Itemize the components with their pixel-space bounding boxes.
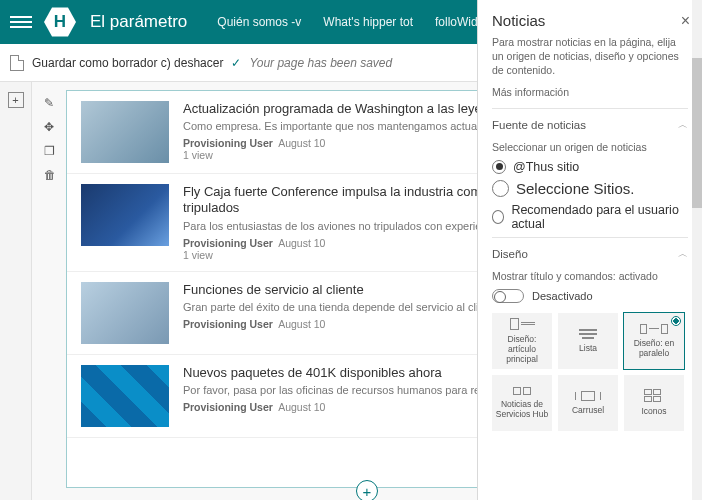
- layout-carousel[interactable]: Carrusel: [558, 375, 618, 431]
- save-draft-button[interactable]: Guardar como borrador c) deshacer: [32, 56, 223, 70]
- section-header-source[interactable]: Fuente de noticias︿: [492, 108, 688, 139]
- hamburger-menu-icon[interactable]: [10, 16, 32, 28]
- close-icon[interactable]: ×: [681, 12, 690, 30]
- news-thumbnail: [81, 365, 169, 427]
- chevron-up-icon: ︿: [678, 118, 688, 132]
- panel-title: Noticias: [492, 12, 688, 29]
- toggle-label: Mostrar título y comandos: activado: [492, 270, 688, 282]
- radio-this-site[interactable]: @Thus sitio: [492, 160, 688, 174]
- edit-icon[interactable]: ✎: [44, 96, 56, 110]
- section-header-layout[interactable]: Diseño︿: [492, 237, 688, 268]
- layout-side-by-side[interactable]: Diseño: en paralelo: [624, 313, 684, 369]
- nav-item[interactable]: What's hipper tot: [323, 15, 413, 29]
- site-title[interactable]: El parámetro: [90, 12, 187, 32]
- property-panel: × Noticias Para mostrar noticias en la p…: [477, 0, 702, 500]
- radio-recommended[interactable]: Recomendado para el usuario actual: [492, 203, 688, 231]
- news-thumbnail: [81, 282, 169, 344]
- save-status: Your page has been saved: [249, 56, 392, 70]
- layout-list[interactable]: Lista: [558, 313, 618, 369]
- scrollbar-thumb[interactable]: [692, 58, 702, 208]
- layout-tiles[interactable]: Iconos: [624, 375, 684, 431]
- radio-select-sites[interactable]: Seleccione Sitios.: [492, 180, 688, 197]
- more-info-link[interactable]: Más información: [492, 86, 688, 98]
- news-thumbnail: [81, 101, 169, 163]
- delete-icon[interactable]: 🗑: [44, 168, 56, 182]
- radio-icon: [492, 180, 509, 197]
- site-logo[interactable]: H: [44, 6, 76, 38]
- news-thumbnail: [81, 184, 169, 246]
- layout-top-story[interactable]: Diseño: artículo principal: [492, 313, 552, 369]
- radio-icon: [492, 160, 506, 174]
- add-webpart-icon[interactable]: +: [356, 480, 378, 500]
- layout-options: Diseño: artículo principal Lista Diseño:…: [492, 313, 688, 431]
- page-icon: [10, 55, 24, 71]
- duplicate-icon[interactable]: ❐: [44, 144, 56, 158]
- nav-item[interactable]: Quién somos -v: [217, 15, 301, 29]
- source-label: Seleccionar un origen de noticias: [492, 141, 688, 153]
- title-toggle[interactable]: Desactivado: [492, 289, 688, 303]
- radio-icon: [492, 210, 504, 224]
- toggle-switch-icon: [492, 289, 524, 303]
- check-icon: ✓: [231, 56, 241, 70]
- chevron-up-icon: ︿: [678, 247, 688, 261]
- webpart-toolbar: ✎ ✥ ❐ 🗑: [44, 96, 56, 182]
- move-icon[interactable]: ✥: [44, 120, 56, 134]
- add-section-icon[interactable]: +: [8, 92, 24, 108]
- panel-desc: Para mostrar noticias en la página, elij…: [492, 35, 688, 78]
- side-toolbox: +: [0, 82, 32, 500]
- layout-hub-news[interactable]: Noticias de Servicios Hub: [492, 375, 552, 431]
